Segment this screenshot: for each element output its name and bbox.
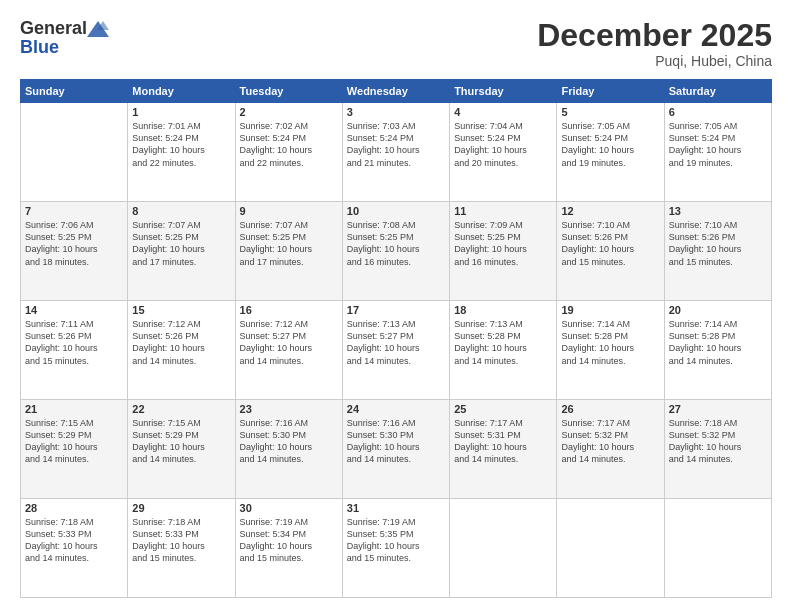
- calendar-cell: 11Sunrise: 7:09 AMSunset: 5:25 PMDayligh…: [450, 202, 557, 301]
- calendar-cell: 16Sunrise: 7:12 AMSunset: 5:27 PMDayligh…: [235, 301, 342, 400]
- calendar-cell: 20Sunrise: 7:14 AMSunset: 5:28 PMDayligh…: [664, 301, 771, 400]
- calendar-cell: 22Sunrise: 7:15 AMSunset: 5:29 PMDayligh…: [128, 400, 235, 499]
- day-number: 13: [669, 205, 767, 217]
- calendar-week-5: 28Sunrise: 7:18 AMSunset: 5:33 PMDayligh…: [21, 499, 772, 598]
- day-number: 15: [132, 304, 230, 316]
- day-info: Sunrise: 7:14 AMSunset: 5:28 PMDaylight:…: [561, 318, 659, 367]
- day-number: 4: [454, 106, 552, 118]
- calendar-cell: 25Sunrise: 7:17 AMSunset: 5:31 PMDayligh…: [450, 400, 557, 499]
- day-info: Sunrise: 7:16 AMSunset: 5:30 PMDaylight:…: [347, 417, 445, 466]
- day-info: Sunrise: 7:19 AMSunset: 5:34 PMDaylight:…: [240, 516, 338, 565]
- day-info: Sunrise: 7:19 AMSunset: 5:35 PMDaylight:…: [347, 516, 445, 565]
- day-number: 28: [25, 502, 123, 514]
- day-number: 23: [240, 403, 338, 415]
- day-number: 16: [240, 304, 338, 316]
- day-info: Sunrise: 7:14 AMSunset: 5:28 PMDaylight:…: [669, 318, 767, 367]
- day-info: Sunrise: 7:01 AMSunset: 5:24 PMDaylight:…: [132, 120, 230, 169]
- day-info: Sunrise: 7:10 AMSunset: 5:26 PMDaylight:…: [669, 219, 767, 268]
- calendar-header-wednesday: Wednesday: [342, 80, 449, 103]
- day-info: Sunrise: 7:18 AMSunset: 5:33 PMDaylight:…: [25, 516, 123, 565]
- calendar-cell: 4Sunrise: 7:04 AMSunset: 5:24 PMDaylight…: [450, 103, 557, 202]
- day-info: Sunrise: 7:02 AMSunset: 5:24 PMDaylight:…: [240, 120, 338, 169]
- calendar-cell: 2Sunrise: 7:02 AMSunset: 5:24 PMDaylight…: [235, 103, 342, 202]
- day-number: 27: [669, 403, 767, 415]
- logo: General Blue: [20, 18, 109, 58]
- day-info: Sunrise: 7:17 AMSunset: 5:31 PMDaylight:…: [454, 417, 552, 466]
- day-number: 3: [347, 106, 445, 118]
- calendar-cell: 23Sunrise: 7:16 AMSunset: 5:30 PMDayligh…: [235, 400, 342, 499]
- calendar-week-3: 14Sunrise: 7:11 AMSunset: 5:26 PMDayligh…: [21, 301, 772, 400]
- day-number: 17: [347, 304, 445, 316]
- calendar-cell: [557, 499, 664, 598]
- calendar-cell: 21Sunrise: 7:15 AMSunset: 5:29 PMDayligh…: [21, 400, 128, 499]
- day-number: 29: [132, 502, 230, 514]
- calendar-week-2: 7Sunrise: 7:06 AMSunset: 5:25 PMDaylight…: [21, 202, 772, 301]
- calendar-week-1: 1Sunrise: 7:01 AMSunset: 5:24 PMDaylight…: [21, 103, 772, 202]
- day-number: 31: [347, 502, 445, 514]
- day-number: 12: [561, 205, 659, 217]
- day-info: Sunrise: 7:18 AMSunset: 5:33 PMDaylight:…: [132, 516, 230, 565]
- calendar-cell: 17Sunrise: 7:13 AMSunset: 5:27 PMDayligh…: [342, 301, 449, 400]
- calendar-header-row: SundayMondayTuesdayWednesdayThursdayFrid…: [21, 80, 772, 103]
- day-info: Sunrise: 7:18 AMSunset: 5:32 PMDaylight:…: [669, 417, 767, 466]
- day-number: 8: [132, 205, 230, 217]
- day-info: Sunrise: 7:03 AMSunset: 5:24 PMDaylight:…: [347, 120, 445, 169]
- calendar-cell: 13Sunrise: 7:10 AMSunset: 5:26 PMDayligh…: [664, 202, 771, 301]
- calendar-cell: 27Sunrise: 7:18 AMSunset: 5:32 PMDayligh…: [664, 400, 771, 499]
- calendar-cell: [21, 103, 128, 202]
- day-info: Sunrise: 7:15 AMSunset: 5:29 PMDaylight:…: [25, 417, 123, 466]
- day-info: Sunrise: 7:13 AMSunset: 5:28 PMDaylight:…: [454, 318, 552, 367]
- calendar-header-friday: Friday: [557, 80, 664, 103]
- day-info: Sunrise: 7:13 AMSunset: 5:27 PMDaylight:…: [347, 318, 445, 367]
- day-number: 21: [25, 403, 123, 415]
- calendar-cell: [450, 499, 557, 598]
- day-number: 22: [132, 403, 230, 415]
- calendar-week-4: 21Sunrise: 7:15 AMSunset: 5:29 PMDayligh…: [21, 400, 772, 499]
- calendar-cell: 19Sunrise: 7:14 AMSunset: 5:28 PMDayligh…: [557, 301, 664, 400]
- day-number: 18: [454, 304, 552, 316]
- day-info: Sunrise: 7:05 AMSunset: 5:24 PMDaylight:…: [561, 120, 659, 169]
- day-info: Sunrise: 7:15 AMSunset: 5:29 PMDaylight:…: [132, 417, 230, 466]
- day-info: Sunrise: 7:17 AMSunset: 5:32 PMDaylight:…: [561, 417, 659, 466]
- day-info: Sunrise: 7:16 AMSunset: 5:30 PMDaylight:…: [240, 417, 338, 466]
- day-info: Sunrise: 7:05 AMSunset: 5:24 PMDaylight:…: [669, 120, 767, 169]
- header: General Blue December 2025 Puqi, Hubei, …: [20, 18, 772, 69]
- calendar-cell: 12Sunrise: 7:10 AMSunset: 5:26 PMDayligh…: [557, 202, 664, 301]
- day-number: 26: [561, 403, 659, 415]
- day-info: Sunrise: 7:10 AMSunset: 5:26 PMDaylight:…: [561, 219, 659, 268]
- day-info: Sunrise: 7:06 AMSunset: 5:25 PMDaylight:…: [25, 219, 123, 268]
- calendar-cell: 29Sunrise: 7:18 AMSunset: 5:33 PMDayligh…: [128, 499, 235, 598]
- day-number: 10: [347, 205, 445, 217]
- calendar-cell: 6Sunrise: 7:05 AMSunset: 5:24 PMDaylight…: [664, 103, 771, 202]
- day-number: 14: [25, 304, 123, 316]
- day-number: 11: [454, 205, 552, 217]
- calendar-cell: 5Sunrise: 7:05 AMSunset: 5:24 PMDaylight…: [557, 103, 664, 202]
- title-block: December 2025 Puqi, Hubei, China: [537, 18, 772, 69]
- calendar-cell: 31Sunrise: 7:19 AMSunset: 5:35 PMDayligh…: [342, 499, 449, 598]
- day-number: 6: [669, 106, 767, 118]
- day-info: Sunrise: 7:12 AMSunset: 5:27 PMDaylight:…: [240, 318, 338, 367]
- calendar-table: SundayMondayTuesdayWednesdayThursdayFrid…: [20, 79, 772, 598]
- day-number: 19: [561, 304, 659, 316]
- day-number: 7: [25, 205, 123, 217]
- logo-icon: [87, 20, 109, 38]
- day-number: 1: [132, 106, 230, 118]
- month-title: December 2025: [537, 18, 772, 53]
- calendar-cell: 10Sunrise: 7:08 AMSunset: 5:25 PMDayligh…: [342, 202, 449, 301]
- calendar-cell: 30Sunrise: 7:19 AMSunset: 5:34 PMDayligh…: [235, 499, 342, 598]
- calendar-cell: 7Sunrise: 7:06 AMSunset: 5:25 PMDaylight…: [21, 202, 128, 301]
- day-number: 24: [347, 403, 445, 415]
- day-number: 25: [454, 403, 552, 415]
- day-info: Sunrise: 7:04 AMSunset: 5:24 PMDaylight:…: [454, 120, 552, 169]
- day-number: 20: [669, 304, 767, 316]
- calendar-cell: 26Sunrise: 7:17 AMSunset: 5:32 PMDayligh…: [557, 400, 664, 499]
- day-info: Sunrise: 7:07 AMSunset: 5:25 PMDaylight:…: [132, 219, 230, 268]
- location: Puqi, Hubei, China: [537, 53, 772, 69]
- logo-general-text: General: [20, 18, 87, 39]
- calendar-cell: 9Sunrise: 7:07 AMSunset: 5:25 PMDaylight…: [235, 202, 342, 301]
- day-number: 9: [240, 205, 338, 217]
- calendar-cell: 18Sunrise: 7:13 AMSunset: 5:28 PMDayligh…: [450, 301, 557, 400]
- calendar-header-tuesday: Tuesday: [235, 80, 342, 103]
- day-info: Sunrise: 7:09 AMSunset: 5:25 PMDaylight:…: [454, 219, 552, 268]
- day-number: 2: [240, 106, 338, 118]
